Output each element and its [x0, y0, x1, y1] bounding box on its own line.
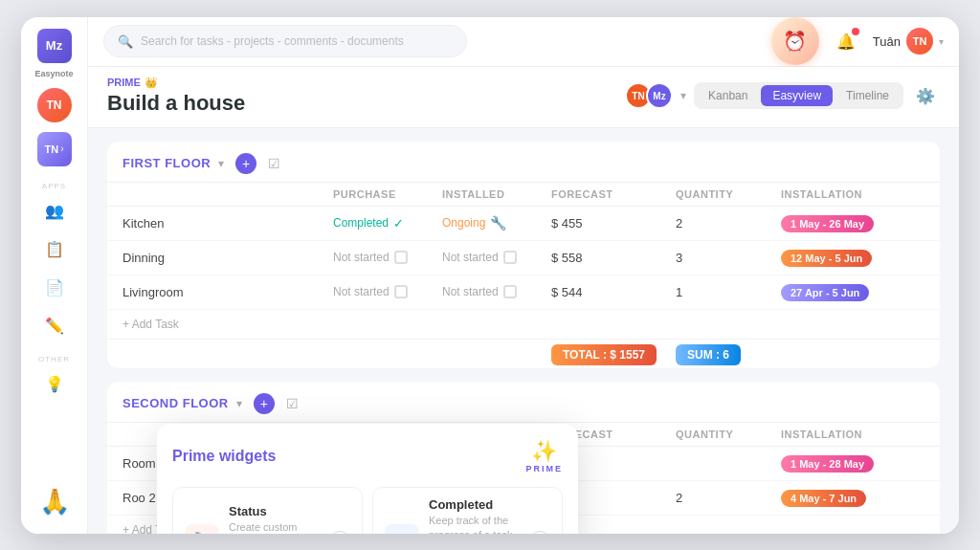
check-icon-second: ☑	[286, 396, 299, 411]
table-row: Livingroom Not started Not started $ 544…	[107, 275, 940, 310]
main-content: 🔍 Search for tasks - projects - comments…	[88, 17, 959, 534]
header-right: ⏰ 🔔 Tuân TN ▾	[771, 17, 944, 65]
th-purchase: PURCHASE	[333, 188, 442, 200]
prime-logo-icon: ✨	[531, 439, 557, 464]
th-quantity-2: QUANTITY	[676, 429, 781, 440]
status-chip-installed: Not started	[442, 285, 551, 298]
other-section-label: OTHER	[38, 355, 70, 363]
status-dot	[394, 285, 408, 298]
prime-widget-overlay: Prime widgets ✨ PRIME 🔧	[157, 424, 578, 534]
th-task	[122, 188, 333, 200]
view-tabs: Kanban Easyview Timeline	[694, 82, 903, 109]
user-name-label: Tuân	[873, 34, 901, 49]
prime-widget-header: Prime widgets ✨ PRIME	[172, 439, 563, 473]
status-icon: 🔧	[191, 531, 212, 534]
widget-desc-status: Create custom statuses, set icons & colo…	[229, 520, 320, 533]
avatar-mz[interactable]: Mz	[646, 82, 673, 109]
sidebar-item-settings[interactable]: 💡	[37, 367, 72, 402]
search-bar[interactable]: 🔍 Search for tasks - projects - comments…	[103, 25, 467, 57]
tab-timeline[interactable]: Timeline	[835, 85, 901, 106]
quantity-val: 2	[676, 216, 781, 231]
status-chip-installed: Not started	[442, 251, 551, 264]
install-chip: 1 May - 26 May	[781, 215, 874, 232]
section-first-floor: FIRST FLOOR ▾ + ☑ PURCHASE INSTALLED FOR…	[107, 142, 940, 368]
status-dot	[394, 251, 408, 264]
tab-easyview[interactable]: Easyview	[761, 85, 833, 106]
widget-card-status: 🔧 Status Create custom statuses, set ico…	[172, 487, 363, 534]
widget-name-completed: Completed	[429, 497, 520, 512]
status-dot	[503, 285, 517, 298]
widget-add-completed[interactable]: +	[529, 531, 550, 534]
wrench-icon: 🔧	[490, 215, 506, 231]
completed-widget-icon	[385, 524, 419, 534]
timer-widget[interactable]: ⏰	[771, 17, 819, 65]
th-installed: INSTALLED	[442, 188, 551, 200]
forecast-val: $ 544	[551, 285, 676, 299]
sum-chip: SUM : 6	[676, 344, 741, 365]
avatar-expand-icon[interactable]: ▾	[680, 89, 686, 102]
checkmark-icon: ✓	[393, 216, 404, 231]
add-task-button[interactable]: + Add Task	[122, 318, 179, 331]
table-row: Dinning Not started Not started $ 558 3 …	[107, 241, 940, 275]
avatar-group: TN Mz	[625, 82, 673, 109]
section-second-floor: SECOND FLOOR ▾ + ☑ PURCHASE INSTALLED FO…	[107, 382, 940, 534]
install-chip: 1 May - 28 May	[781, 455, 874, 473]
sidebar-item-people[interactable]: 👥	[37, 194, 72, 229]
prime-logo-text: PRIME	[525, 464, 563, 473]
status-chip-purchase: Completed ✓	[333, 216, 442, 231]
tab-kanban[interactable]: Kanban	[697, 85, 759, 106]
quantity-val: 3	[676, 251, 781, 265]
add-task-btn-second[interactable]: +	[254, 393, 275, 414]
quantity-val: 1	[676, 285, 781, 299]
sidebar-item-draw[interactable]: ✏️	[37, 309, 72, 343]
forecast-val: $ 558	[551, 251, 676, 265]
task-name: Livingroom	[122, 285, 333, 299]
table-row: Kitchen Completed ✓ Ongoing 🔧 $ 455 2 1 …	[107, 207, 940, 241]
install-chip: 12 May - 5 Jun	[781, 250, 872, 267]
check-icon-first: ☑	[268, 156, 280, 171]
sidebar-logo: Mz	[37, 29, 72, 63]
section-header-first: FIRST FLOOR ▾ + ☑	[107, 142, 940, 182]
sidebar-item-tasks[interactable]: 📋	[37, 232, 72, 267]
top-header: 🔍 Search for tasks - projects - comments…	[88, 17, 959, 67]
status-widget-icon: 🔧	[185, 524, 219, 534]
sidebar: Mz Easynote TN TN › APPS 👥 📋 📄 ✏️ OTHER …	[21, 17, 88, 534]
prime-badge: PRIME 👑	[107, 77, 245, 89]
collapse-first-icon[interactable]: ▾	[218, 157, 224, 170]
crown-icon: 👑	[145, 77, 158, 89]
install-chip: 4 May - 7 Jun	[781, 490, 866, 507]
user-avatar-small: TN	[906, 28, 933, 55]
install-chip: 27 Apr - 5 Jun	[781, 284, 869, 301]
prime-widget-title: Prime widgets	[172, 448, 276, 465]
user-avatar[interactable]: TN	[37, 88, 72, 122]
prime-logo: ✨ PRIME	[525, 439, 563, 473]
table-header-first: PURCHASE INSTALLED FORECAST QUANTITY INS…	[107, 182, 940, 207]
collapse-second-icon[interactable]: ▾	[236, 397, 242, 410]
widget-grid: 🔧 Status Create custom statuses, set ico…	[172, 487, 563, 534]
status-dot	[503, 251, 517, 264]
widget-card-completed: Completed Keep track of the progress of …	[372, 487, 563, 534]
content-area: FIRST FLOOR ▾ + ☑ PURCHASE INSTALLED FOR…	[88, 128, 959, 534]
sidebar-item-docs[interactable]: 📄	[37, 271, 72, 305]
th-installation: INSTALLATION	[781, 188, 924, 200]
task-name: Dinning	[122, 251, 333, 265]
notification-button[interactable]: 🔔	[831, 26, 861, 56]
sidebar-bottom: 🙏	[34, 482, 75, 522]
widget-add-status[interactable]: +	[329, 531, 350, 534]
total-chip: TOTAL : $ 1557	[551, 344, 657, 365]
widget-desc-completed: Keep track of the progress of a task and…	[429, 514, 520, 534]
search-placeholder: Search for tasks - projects - comments -…	[141, 34, 404, 48]
active-workspace[interactable]: TN ›	[37, 132, 72, 166]
sidebar-hands-icon: 🙏	[34, 482, 75, 522]
total-bar: TOTAL : $ 1557 SUM : 6	[107, 339, 940, 368]
settings-button[interactable]: ⚙️	[911, 81, 940, 110]
section-title-first: FIRST FLOOR	[122, 156, 211, 170]
page-title: Build a house	[107, 91, 245, 116]
page-header-left: PRIME 👑 Build a house	[107, 77, 245, 116]
th-installation-2: INSTALLATION	[781, 429, 924, 440]
user-menu[interactable]: Tuân TN ▾	[873, 28, 944, 55]
widget-info-completed: Completed Keep track of the progress of …	[429, 497, 520, 534]
page-header-right: TN Mz ▾ Kanban Easyview Timeline ⚙️	[625, 81, 940, 110]
add-task-btn-first[interactable]: +	[235, 153, 256, 174]
forecast-val: $ 455	[551, 216, 676, 231]
